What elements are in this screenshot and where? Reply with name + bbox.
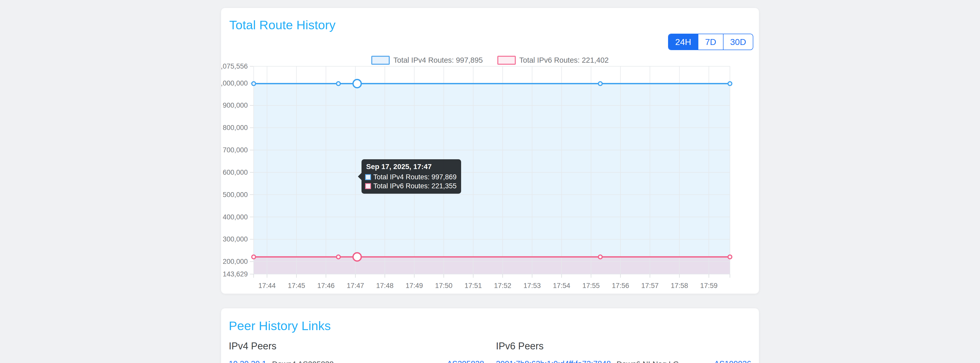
tooltip-label-ipv6: Total IPv6 Routes: 221,355 — [373, 182, 457, 190]
x-axis-labels: 17:44 17:45 17:46 17:47 17:48 17:49 17:5… — [258, 282, 718, 290]
peer-asn-link-ipv4[interactable]: AS205838 — [447, 360, 484, 363]
tooltip-swatch-ipv6 — [365, 183, 371, 189]
y-tick-label: 900,000 — [223, 102, 248, 109]
ipv4-peers-heading: IPv4 Peers — [229, 341, 484, 352]
area-fills — [254, 84, 730, 274]
x-tick-label: 17:48 — [376, 282, 394, 290]
tooltip-swatch-ipv4 — [365, 174, 371, 180]
x-tick-label: 17:53 — [523, 282, 541, 290]
y-tick-label: 1,000,000 — [221, 80, 248, 87]
peer-row-ipv4: 10.20.30.1 Down4 AS205838 AS205838 — [229, 360, 484, 363]
tooltip-label-ipv4: Total IPv4 Routes: 997,869 — [373, 173, 457, 181]
x-tick-label: 17:50 — [435, 282, 453, 290]
x-tick-label: 17:56 — [612, 282, 629, 290]
y-tick-label: 500,000 — [223, 191, 248, 199]
hovered-point-ipv4 — [353, 80, 361, 88]
route-history-card: Total Route History 24H 7D 30D Total IPv… — [221, 8, 759, 294]
peer-asn-link-ipv6[interactable]: AS199036 — [714, 360, 751, 363]
y-tick-label: 1,075,556 — [221, 62, 248, 70]
y-tick-label: 400,000 — [223, 213, 248, 221]
y-tick-label: 300,000 — [223, 235, 248, 243]
peer-description-ipv6: Down6 NLNog LG — [616, 360, 679, 363]
peer-row-ipv6: 2001:7b8:62b:1:0:d4ff:fe72:7848 Down6 NL… — [496, 360, 751, 363]
ipv6-peers-heading: IPv6 Peers — [496, 341, 751, 352]
y-tick-label: 143,629 — [223, 270, 248, 278]
y-tick-label: 200,000 — [223, 258, 248, 265]
x-tick-label: 17:47 — [347, 282, 364, 290]
y-axis-labels: 1,075,556 1,000,000 900,000 800,000 700,… — [221, 62, 248, 278]
tooltip-row-ipv4: Total IPv4 Routes: 997,869 — [365, 173, 457, 181]
x-tick-label: 17:57 — [641, 282, 659, 290]
x-tick-label: 17:44 — [258, 282, 276, 290]
x-tick-label: 17:52 — [494, 282, 511, 290]
tooltip-title: Sep 17, 2025, 17:47 — [365, 162, 457, 171]
x-tick-label: 17:49 — [406, 282, 423, 290]
peer-description-ipv4: Down4 AS205838 — [272, 360, 334, 363]
x-tick-label: 17:54 — [553, 282, 571, 290]
x-tick-label: 17:45 — [288, 282, 305, 290]
peer-history-card: Peer History Links IPv4 Peers 10.20.30.1… — [221, 308, 759, 363]
x-tick-label: 17:51 — [465, 282, 482, 290]
x-tick-label: 17:58 — [671, 282, 688, 290]
hovered-point-ipv6 — [353, 253, 361, 261]
peer-ip-link-ipv6[interactable]: 2001:7b8:62b:1:0:d4ff:fe72:7848 — [496, 360, 611, 363]
ipv6-peers-column: IPv6 Peers 2001:7b8:62b:1:0:d4ff:fe72:78… — [496, 341, 751, 363]
x-tick-label: 17:59 — [700, 282, 718, 290]
chart-tooltip: Sep 17, 2025, 17:47 Total IPv4 Routes: 9… — [361, 159, 461, 194]
tooltip-row-ipv6: Total IPv6 Routes: 221,355 — [365, 182, 457, 190]
peer-ip-link-ipv4[interactable]: 10.20.30.1 — [229, 360, 267, 363]
x-tick-label: 17:55 — [582, 282, 600, 290]
y-tick-label: 800,000 — [223, 124, 248, 132]
route-history-chart-canvas[interactable]: 1,075,556 1,000,000 900,000 800,000 700,… — [221, 8, 759, 294]
y-tick-label: 600,000 — [223, 169, 248, 176]
peer-history-title: Peer History Links — [229, 318, 751, 333]
x-tick-label: 17:46 — [317, 282, 335, 290]
y-tick-label: 700,000 — [223, 146, 248, 154]
ipv4-peers-column: IPv4 Peers 10.20.30.1 Down4 AS205838 AS2… — [229, 341, 484, 363]
